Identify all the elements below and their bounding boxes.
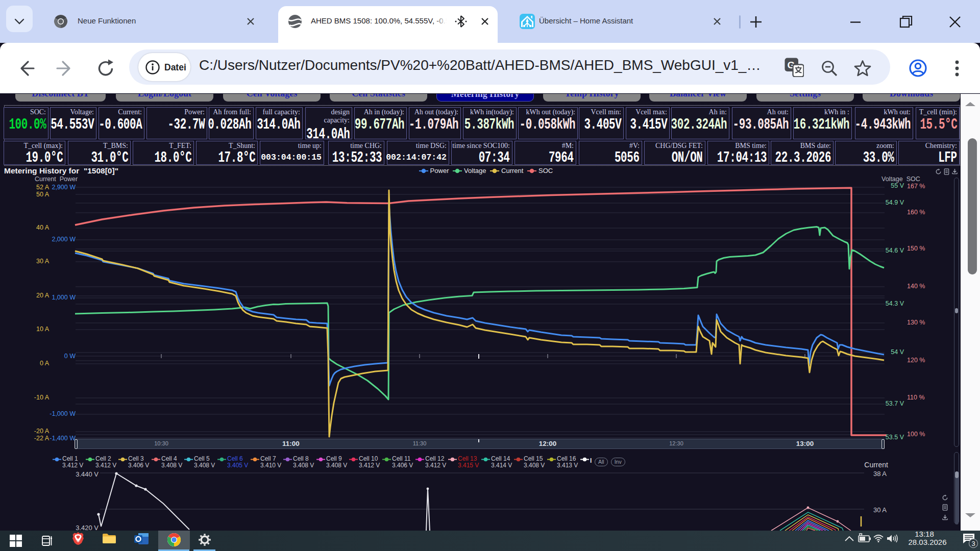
svg-text:3: 3 <box>971 540 975 547</box>
